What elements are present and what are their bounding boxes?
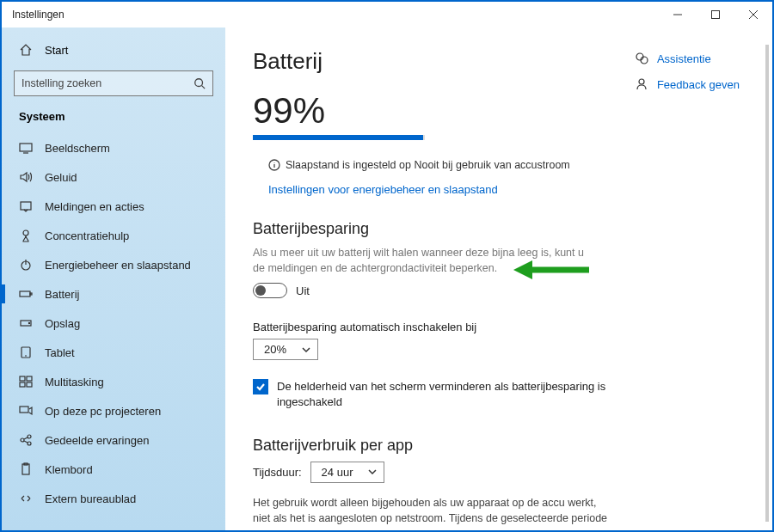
display-icon: [19, 141, 33, 155]
sidebar-item-label: Concentratiehulp: [45, 229, 129, 242]
timespan-dropdown[interactable]: 24 uur: [310, 462, 385, 483]
minimize-button[interactable]: [659, 2, 697, 28]
sleep-info-row: Slaapstand is ingesteld op Nooit bij geb…: [253, 159, 746, 171]
window-title: Instellingen: [12, 9, 64, 21]
sidebar-item-label: Op deze pc projecteren: [45, 405, 161, 418]
close-button[interactable]: [734, 2, 772, 28]
sidebar: Start Instelling zoeken Systeem Beeldsch…: [2, 28, 225, 530]
svg-point-24: [28, 435, 31, 438]
svg-rect-6: [20, 144, 32, 151]
chevron-down-icon: [368, 468, 377, 476]
sidebar-nav: Beeldscherm Geluid Meldingen en acties C…: [2, 133, 225, 513]
sidebar-item-label: Tablet: [45, 346, 75, 359]
tablet-icon: [19, 345, 33, 359]
sidebar-item-label: Beeldscherm: [45, 142, 110, 155]
settings-window: Instellingen Start Instelling zoeken Sys…: [0, 0, 774, 532]
sound-icon: [19, 170, 33, 184]
feedback-icon: [635, 77, 648, 91]
svg-point-25: [28, 442, 31, 445]
window-controls: [659, 2, 772, 28]
svg-point-9: [23, 230, 28, 235]
svg-rect-13: [30, 293, 32, 295]
brightness-checkbox[interactable]: [253, 379, 268, 394]
titlebar: Instellingen: [2, 2, 772, 28]
chevron-down-icon: [302, 345, 310, 354]
home-label: Start: [45, 44, 68, 57]
sidebar-item-label: Extern bureaublad: [45, 492, 136, 505]
sidebar-item-opslag[interactable]: Opslag: [2, 309, 225, 338]
sidebar-item-batterij[interactable]: Batterij: [2, 279, 225, 309]
sidebar-item-energiebeheer[interactable]: Energiebeheer en slaapstand: [2, 250, 225, 279]
svg-rect-21: [27, 382, 32, 387]
storage-icon: [19, 316, 33, 330]
svg-rect-20: [20, 382, 25, 387]
sidebar-item-projecteren[interactable]: Op deze pc projecteren: [2, 396, 225, 425]
svg-rect-8: [21, 202, 31, 210]
home-button[interactable]: Start: [2, 34, 225, 65]
clipboard-icon: [19, 462, 33, 476]
power-icon: [19, 258, 33, 272]
sidebar-item-label: Gedeelde ervaringen: [45, 434, 149, 447]
usage-note: Het gebruik wordt alleen bijgehouden als…: [253, 495, 614, 530]
feedback-link[interactable]: Feedback geven: [635, 77, 740, 91]
svg-point-15: [28, 322, 29, 323]
main-content: Batterij 99% Slaapstand is ingesteld op …: [225, 28, 772, 530]
svg-rect-18: [20, 376, 25, 381]
multitasking-icon: [19, 375, 33, 388]
sidebar-item-label: Energiebeheer en slaapstand: [45, 259, 191, 272]
sidebar-item-label: Multitasking: [45, 376, 104, 388]
help-link[interactable]: Assistentie: [635, 52, 740, 65]
info-icon: [268, 159, 280, 171]
auto-enable-dropdown[interactable]: 20%: [253, 339, 318, 360]
battery-saver-description: Als u meer uit uw batterij wilt halen wa…: [253, 245, 597, 276]
focus-icon: [19, 229, 33, 242]
help-link-label: Assistentie: [657, 52, 711, 65]
svg-line-26: [24, 437, 28, 439]
feedback-link-label: Feedback geven: [657, 78, 740, 91]
battery-saver-heading: Batterijbesparing: [253, 220, 746, 238]
svg-line-27: [24, 441, 28, 443]
sidebar-item-tablet[interactable]: Tablet: [2, 338, 225, 367]
auto-enable-label: Batterijbesparing automatisch inschakele…: [253, 321, 746, 333]
sidebar-item-meldingen[interactable]: Meldingen en acties: [2, 192, 225, 221]
search-icon: [194, 77, 206, 89]
toggle-state-label: Uit: [296, 284, 310, 297]
sidebar-item-geluid[interactable]: Geluid: [2, 162, 225, 192]
sidebar-item-klembord[interactable]: Klembord: [2, 455, 225, 484]
notifications-icon: [19, 199, 33, 213]
svg-point-4: [195, 79, 203, 87]
sidebar-item-gedeelde[interactable]: Gedeelde ervaringen: [2, 425, 225, 455]
sidebar-item-label: Batterij: [45, 288, 79, 301]
svg-rect-1: [712, 11, 720, 19]
checkmark-icon: [255, 382, 266, 392]
share-icon: [19, 433, 33, 447]
auto-enable-value: 20%: [264, 343, 286, 356]
sleep-info-text: Slaapstand is ingesteld op Nooit bij geb…: [286, 159, 570, 171]
sidebar-item-extern[interactable]: Extern bureaublad: [2, 484, 225, 513]
project-icon: [19, 404, 33, 418]
battery-bar-fill: [253, 135, 423, 140]
sidebar-item-label: Klembord: [45, 463, 93, 476]
maximize-button[interactable]: [697, 2, 734, 28]
timespan-value: 24 uur: [322, 466, 353, 479]
sidebar-item-label: Meldingen en acties: [45, 200, 144, 213]
sidebar-category: Systeem: [2, 105, 225, 133]
battery-percentage: 99%: [253, 90, 746, 131]
svg-line-5: [202, 86, 206, 89]
home-icon: [19, 43, 33, 57]
search-placeholder: Instelling zoeken: [22, 77, 101, 89]
sidebar-item-multitasking[interactable]: Multitasking: [2, 367, 225, 396]
svg-point-23: [21, 438, 24, 442]
sidebar-item-beeldscherm[interactable]: Beeldscherm: [2, 133, 225, 162]
sidebar-item-label: Geluid: [45, 171, 77, 184]
usage-heading: Batterijverbruik per app: [253, 437, 746, 455]
sidebar-item-concentratiehulp[interactable]: Concentratiehulp: [2, 221, 225, 250]
vertical-scrollbar[interactable]: [765, 45, 769, 522]
power-settings-link[interactable]: Instellingen voor energiebeheer en slaap…: [253, 183, 498, 196]
search-input[interactable]: Instelling zoeken: [14, 70, 213, 96]
brightness-checkbox-label: De helderheid van het scherm verminderen…: [277, 379, 614, 410]
svg-point-35: [639, 79, 644, 84]
battery-bar: [253, 135, 425, 140]
timespan-label: Tijdsduur:: [253, 466, 302, 479]
battery-saver-toggle[interactable]: [253, 283, 287, 298]
